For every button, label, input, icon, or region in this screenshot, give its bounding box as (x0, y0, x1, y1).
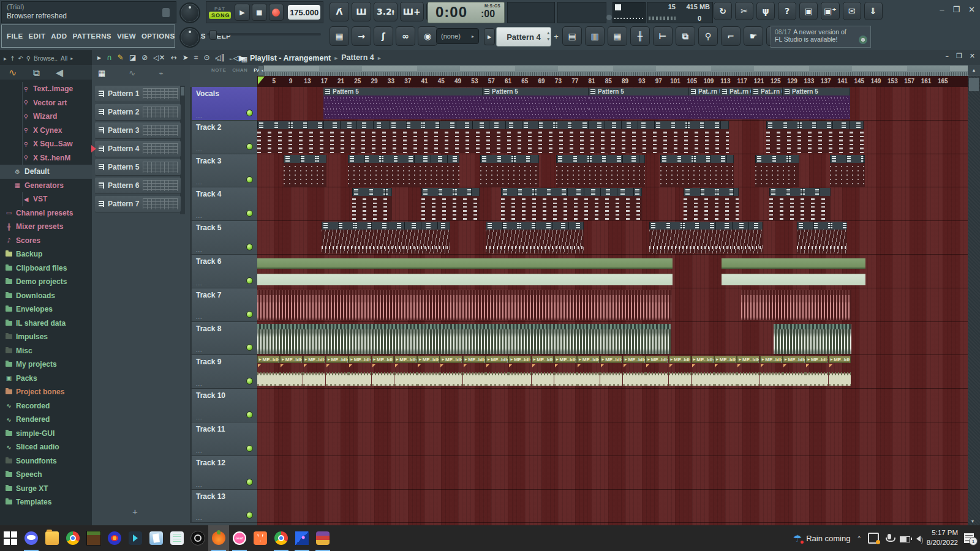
taskbar-chrome-2[interactable] (271, 525, 292, 551)
pattern-tile-2[interactable]: Pattern 2 (95, 104, 181, 120)
track-enable-led[interactable] (246, 143, 253, 150)
playlist-window-button[interactable]: ▤ (562, 26, 582, 46)
slide-button[interactable]: ʃ (374, 26, 393, 46)
tweak-knob-button[interactable]: ◉ (418, 26, 437, 46)
pattern-clip[interactable] (501, 188, 642, 220)
track-options[interactable]: ... (196, 448, 203, 454)
pattern-clip[interactable]: Pat..rn 5 (689, 88, 720, 119)
add-pattern-tile-button[interactable]: + (132, 506, 138, 517)
track-header-track-7[interactable]: Track 7... (190, 288, 257, 322)
pattern-clip[interactable]: Pat..rn 6 (752, 88, 783, 119)
browser-undo-icon[interactable]: ↶ (18, 55, 23, 62)
audio-clip[interactable]: ME..ldly (646, 356, 668, 388)
pattern-clip[interactable] (352, 188, 392, 220)
screenshare-tray-icon[interactable] (868, 533, 879, 544)
menu-item-patterns[interactable]: PATTERNS (72, 32, 111, 40)
track-options[interactable]: ... (196, 179, 203, 186)
browser-tab-files-icon[interactable]: ⧉ (32, 67, 39, 78)
delete-icon[interactable]: ⊘ (141, 53, 148, 62)
browser-item-scores[interactable]: ♪Scores (0, 234, 92, 248)
main-pitch-knob[interactable] (179, 27, 200, 48)
breadcrumb[interactable]: Pattern 4 (341, 53, 374, 62)
pattern-tile-4[interactable]: Pattern 4 (95, 141, 181, 157)
taskbar-fl-studio[interactable] (208, 525, 229, 551)
chan-mode-icon[interactable]: ⌁ (228, 55, 233, 63)
playlist-overview-scrollbar[interactable] (263, 65, 969, 77)
track-lane-10[interactable] (257, 389, 968, 422)
magnet-icon[interactable]: ∩ (107, 53, 112, 62)
pattern-tile-1[interactable]: Pattern 1 (95, 86, 181, 102)
touch-button[interactable]: ☛ (744, 26, 763, 46)
audio-clip[interactable]: ME..ldly (669, 356, 692, 388)
piano-roll-button[interactable]: ▥ (585, 26, 605, 46)
track-options[interactable]: ... (196, 314, 203, 320)
track-options[interactable]: ... (196, 113, 203, 119)
scroll-down-button[interactable]: ▼ (968, 518, 978, 525)
browser-item-recorded[interactable]: ∿Recorded (0, 399, 92, 413)
pattern-clip[interactable] (755, 155, 799, 187)
browser-item-project-bones[interactable]: Project bones (0, 385, 92, 399)
close-button[interactable]: ✕ (968, 5, 975, 14)
audio-clip[interactable] (257, 324, 671, 354)
volume-tray-icon[interactable] (916, 536, 921, 542)
audio-clip[interactable]: ME..ldly (532, 356, 554, 388)
track-enable-led[interactable] (246, 110, 253, 116)
play-button[interactable]: ▶ (235, 4, 250, 21)
browser-item-downloads[interactable]: Downloads (0, 289, 92, 303)
audio-clip[interactable]: ME..ldly (257, 356, 280, 388)
picker-tab-automation-icon[interactable]: ⌁ (159, 69, 164, 82)
track-options[interactable]: ... (196, 515, 203, 521)
blend-notes-button[interactable]: Ш+ (400, 2, 424, 21)
track-header-track-8[interactable]: Track 8... (190, 322, 257, 356)
browser-item-rendered[interactable]: ∿Rendered (0, 413, 92, 427)
track-header-track-12[interactable]: Track 12... (190, 456, 257, 490)
multilink-button[interactable]: → (352, 26, 371, 46)
browser-item-text-image[interactable]: ⚲Text..Image (0, 82, 92, 96)
track-options[interactable]: ... (196, 280, 203, 287)
select-icon[interactable]: ⌗ (194, 53, 198, 62)
track-enable-led[interactable] (246, 311, 253, 318)
menu-item-options[interactable]: OPTIONS (141, 32, 175, 40)
audio-clip[interactable] (257, 258, 673, 269)
track-enable-led[interactable] (246, 176, 253, 183)
pattern-clip[interactable] (421, 188, 480, 220)
taskbar-orange-app[interactable] (250, 525, 271, 551)
track-lane-5[interactable] (257, 221, 968, 255)
stop-button[interactable]: ■ (252, 4, 267, 21)
track-options[interactable]: ... (196, 247, 203, 253)
pattern-clip[interactable]: Pattern 5 (323, 88, 483, 119)
pat-song-switch[interactable]: PAT SONG (209, 6, 231, 19)
pattern-clip[interactable]: Pattern 5 (783, 88, 850, 119)
audio-clip[interactable] (257, 274, 673, 285)
browser-item-misc[interactable]: Misc (0, 344, 92, 358)
export-button[interactable]: ⇓ (864, 2, 883, 20)
track-header-track-13[interactable]: Track 13... (190, 490, 257, 523)
taskbar-osu[interactable] (229, 525, 250, 551)
audio-clip[interactable]: ME..ldly (737, 356, 760, 388)
taskbar-winrar[interactable] (312, 525, 333, 551)
undo-button[interactable]: ↻ (714, 2, 732, 20)
plugin-picker-button[interactable]: ⧉ (676, 26, 695, 46)
taskbar-discord[interactable] (21, 525, 42, 551)
audio-clip[interactable]: ME..ldly (829, 356, 851, 388)
track-enable-led[interactable] (246, 378, 253, 384)
taskbar-chrome[interactable] (62, 525, 83, 551)
mixer-button[interactable]: ╫ (630, 26, 650, 46)
news-panel[interactable]: 08/17A newer version of FL Studio is ava… (771, 26, 871, 48)
plugin-button[interactable]: ⚲ (698, 26, 718, 46)
browser-item-vector-art[interactable]: ⚲Vector art (0, 96, 92, 110)
track-lane-13[interactable] (257, 490, 968, 523)
audio-clip[interactable]: ME..ldly (760, 356, 783, 388)
search-icon[interactable]: ⚲ (26, 55, 31, 62)
link-controllers-button[interactable]: ∞ (396, 26, 415, 46)
minimize-button[interactable]: – (940, 5, 944, 14)
track-options[interactable]: ... (196, 381, 203, 387)
slice-icon[interactable]: ➤ (183, 53, 189, 62)
scroll-up-button[interactable]: ▲ (968, 65, 980, 75)
pattern-step-button[interactable]: ▶ (484, 28, 495, 45)
pattern-clip[interactable]: Pattern 5 (483, 88, 589, 119)
vertical-scrollbar[interactable]: ▼ (968, 76, 980, 525)
audio-clip[interactable]: ME..ldly (623, 356, 646, 388)
browser-item-soundfonts[interactable]: Soundfonts (0, 454, 92, 468)
spinner-icon[interactable]: ▴▾ (547, 30, 549, 42)
